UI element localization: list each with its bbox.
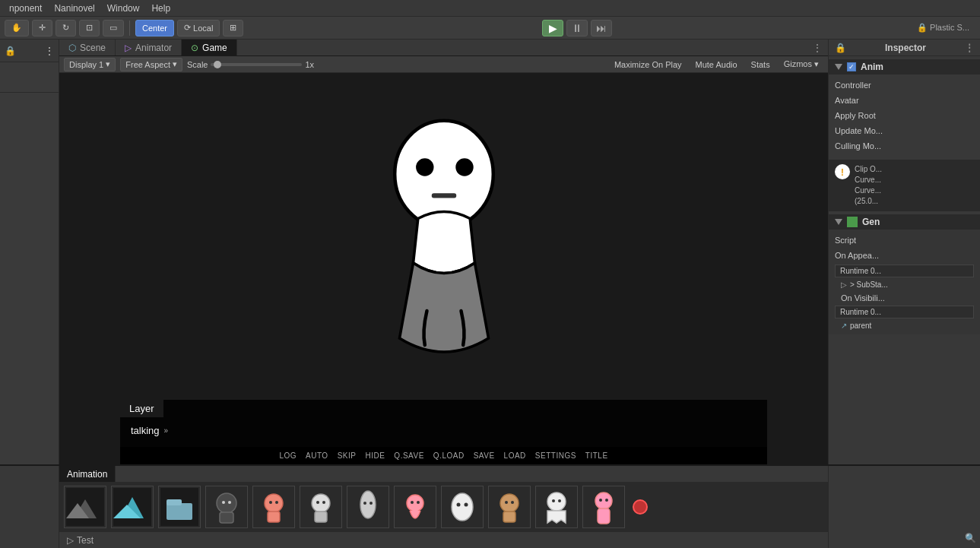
svg-point-48 xyxy=(558,499,561,502)
options-icon[interactable]: ⋮ xyxy=(45,46,54,56)
svg-rect-20 xyxy=(268,512,280,522)
svg-rect-12 xyxy=(167,499,182,505)
list-item[interactable] xyxy=(582,486,625,528)
grid-button[interactable]: ⊞ xyxy=(223,20,243,36)
tab-game[interactable]: ⊙ Game xyxy=(182,40,237,55)
scale-value: 1x xyxy=(305,60,314,69)
tab-more-button[interactable]: ⋮ xyxy=(807,40,828,55)
runtime-field-2[interactable]: Runtime 0... xyxy=(835,306,974,318)
substate-row: ▷ > SubSta... xyxy=(835,279,974,290)
asset-icon xyxy=(302,488,340,526)
move-tool-button[interactable]: ✛ xyxy=(32,20,52,36)
list-item[interactable] xyxy=(535,486,578,528)
qload-button[interactable]: Q.LOAD xyxy=(433,451,465,460)
center-button[interactable]: Center xyxy=(135,20,174,36)
gen-expand-icon[interactable] xyxy=(835,219,842,225)
list-item[interactable] xyxy=(633,499,648,515)
mute-audio-button[interactable]: Mute Audio xyxy=(691,58,742,71)
tab-animator[interactable]: ▷ Animator xyxy=(116,40,182,55)
center-label: Center xyxy=(142,24,167,33)
inspector-content: ✓ Anim Controller Avatar Apply Root Upda… xyxy=(829,56,980,464)
scene-label: Scene xyxy=(80,43,106,53)
layer-label: Layer xyxy=(120,400,163,417)
apply-root-label: Apply Root xyxy=(835,111,876,120)
menu-item-help[interactable]: Help xyxy=(145,3,176,14)
animator-properties: Controller Avatar Apply Root Update Mo..… xyxy=(829,74,980,157)
list-item[interactable] xyxy=(488,486,531,528)
menu-item-component[interactable]: nponent xyxy=(3,3,48,14)
menu-item-naninovel[interactable]: Naninovel xyxy=(48,3,100,14)
qsave-button[interactable]: Q.SAVE xyxy=(394,451,424,460)
local-icon: ⟳ xyxy=(184,23,191,33)
animator-label: Animator xyxy=(135,43,172,53)
list-item[interactable] xyxy=(394,486,436,528)
load-button[interactable]: LOAD xyxy=(504,451,526,460)
inspector-options[interactable]: ⋮ xyxy=(965,43,974,53)
footer-tab-test[interactable]: ▷ Test xyxy=(59,532,101,548)
toolbar-divider-1 xyxy=(129,21,130,36)
list-item[interactable] xyxy=(205,486,248,528)
footer-test-row: ▷ Test xyxy=(59,531,828,548)
aspect-button[interactable]: Free Aspect ▾ xyxy=(120,58,182,71)
svg-point-43 xyxy=(505,501,508,504)
list-item[interactable] xyxy=(441,486,484,528)
animator-expand-icon[interactable] xyxy=(835,64,842,70)
list-item[interactable] xyxy=(252,486,295,528)
runtime-field-1[interactable]: Runtime 0... xyxy=(835,264,974,277)
gizmos-button[interactable]: Gizmos ▾ xyxy=(779,58,823,71)
asset-icon xyxy=(255,488,293,526)
step-button[interactable]: ⏭ xyxy=(591,20,612,36)
auto-button[interactable]: AUTO xyxy=(306,451,328,460)
settings-button[interactable]: SETTINGS xyxy=(535,451,576,460)
arrow-right-icon: ▷ xyxy=(841,280,847,289)
hide-button[interactable]: HIDE xyxy=(365,451,385,460)
display-button[interactable]: Display 1 ▾ xyxy=(64,58,116,71)
svg-rect-15 xyxy=(220,512,233,523)
svg-point-39 xyxy=(465,503,468,507)
search-button[interactable]: 🔍 xyxy=(963,531,977,545)
on-visible-row: On Visibili... xyxy=(835,290,974,304)
list-item[interactable] xyxy=(111,486,154,528)
list-item[interactable] xyxy=(300,486,342,528)
animator-icon: ▷ xyxy=(125,43,132,53)
svg-point-1 xyxy=(416,158,433,176)
warning-block: ! Clip O...Curve...Curve...(25.0... xyxy=(829,160,980,211)
triangle-test: ▷ xyxy=(67,535,74,546)
skip-button[interactable]: SKIP xyxy=(338,451,357,460)
gen-component-header: Gen xyxy=(829,214,980,230)
save-button[interactable]: SAVE xyxy=(474,451,495,460)
title-button[interactable]: TITLE xyxy=(585,451,608,460)
assets-strip xyxy=(59,483,828,531)
list-item[interactable] xyxy=(347,486,389,528)
list-item[interactable] xyxy=(158,486,201,528)
play-button[interactable]: ▶ xyxy=(542,20,563,36)
step-icon: ⏭ xyxy=(596,22,607,34)
stats-button[interactable]: Stats xyxy=(747,58,775,71)
sidebar-top: 🔒 ⋮ xyxy=(0,40,59,62)
svg-point-24 xyxy=(312,494,330,512)
rotate-tool-button[interactable]: ↻ xyxy=(56,20,76,36)
footer-tab-animation[interactable]: Animation xyxy=(59,466,116,482)
svg-point-19 xyxy=(265,494,283,512)
maximize-on-play-button[interactable]: Maximize On Play xyxy=(610,58,687,71)
menu-item-window[interactable]: Window xyxy=(101,3,146,14)
play-icon: ▶ xyxy=(549,22,557,34)
asset-icon xyxy=(66,488,104,526)
scale-slider[interactable] xyxy=(211,63,302,66)
warning-icon: ! xyxy=(835,164,850,179)
search-icon: 🔍 xyxy=(965,533,976,543)
update-mode-label: Update Mo... xyxy=(835,126,883,135)
animator-enabled-checkbox[interactable]: ✓ xyxy=(847,62,856,71)
tab-scene[interactable]: ⬡ Scene xyxy=(59,40,116,55)
scale-tool-button[interactable]: ⊡ xyxy=(79,20,100,36)
pause-button[interactable]: ⏸ xyxy=(566,20,588,36)
hand-tool-button[interactable]: ✋ xyxy=(5,20,29,36)
editor-area: ⬡ Scene ▷ Animator ⊙ Game ⋮ Display 1 ▾ xyxy=(59,40,828,464)
app-container: nponent Naninovel Window Help ✋ ✛ ↻ ⊡ ▭ … xyxy=(0,0,980,548)
svg-point-30 xyxy=(363,502,366,505)
log-button[interactable]: LOG xyxy=(279,451,297,460)
local-button[interactable]: ⟳ Local xyxy=(177,20,220,36)
rect-tool-button[interactable]: ▭ xyxy=(103,20,124,36)
svg-point-2 xyxy=(455,158,473,176)
list-item[interactable] xyxy=(64,486,106,528)
